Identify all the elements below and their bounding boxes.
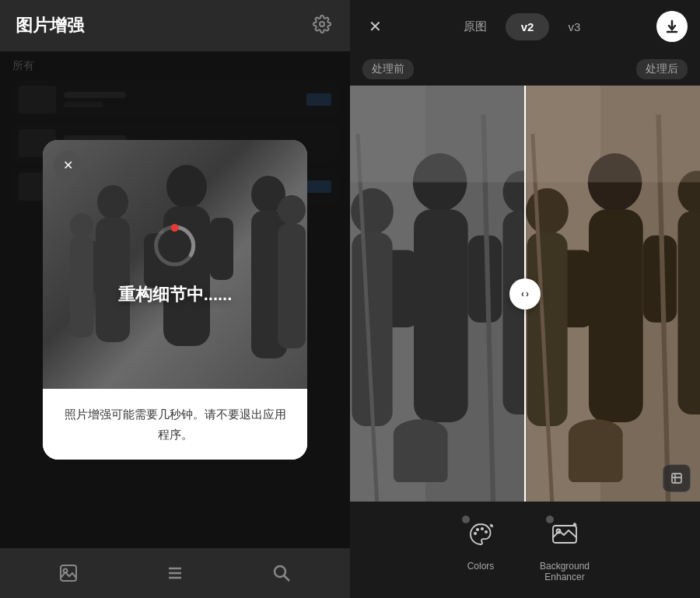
svg-point-64 (485, 530, 488, 533)
compare-after (525, 86, 700, 502)
svg-rect-13 (278, 224, 306, 348)
svg-rect-36 (502, 212, 525, 414)
svg-point-0 (320, 22, 324, 26)
svg-rect-57 (525, 86, 700, 182)
left-bottom-nav (0, 548, 350, 598)
compare-before (350, 86, 525, 502)
action-hint-button[interactable] (663, 464, 691, 492)
svg-rect-56 (569, 429, 623, 482)
svg-rect-46 (589, 209, 643, 422)
colors-icon-wrap (460, 514, 501, 554)
modal-close-button[interactable]: ✕ (54, 151, 82, 179)
spinner-wrap (152, 222, 198, 269)
tab-original[interactable]: 原图 (448, 13, 502, 40)
handle-arrows: ‹ › (521, 289, 529, 299)
before-photo (350, 86, 525, 502)
before-after-labels: 处理前 处理后 (350, 53, 700, 86)
svg-point-49 (526, 188, 569, 235)
bg-enhancer-icon (548, 518, 581, 551)
right-header: ✕ 原图 v2 v3 (350, 0, 700, 53)
modal-description: 照片增强可能需要几秒钟。请不要退出应用程序。 (61, 404, 289, 444)
before-label: 处理前 (362, 59, 414, 79)
tab-v3[interactable]: v3 (552, 13, 596, 40)
tab-group: 原图 v2 v3 (397, 13, 647, 40)
tab-v2[interactable]: v2 (506, 13, 550, 40)
svg-point-1 (166, 165, 207, 208)
svg-point-5 (97, 185, 128, 219)
svg-rect-17 (61, 565, 76, 581)
modal-card: ✕ 重构细节中...... 照片增强可 (43, 140, 307, 460)
spinner-svg (152, 222, 198, 269)
modal-overlay: ✕ 重构细节中...... 照片增强可 (0, 51, 350, 548)
gear-icon[interactable] (313, 15, 334, 37)
left-panel: 图片增强 所有 (0, 0, 350, 598)
bg-enhancer-icon-wrap (544, 514, 585, 554)
modal-text-area: 照片增强可能需要几秒钟。请不要退出应用程序。 (43, 389, 307, 460)
svg-point-61 (474, 532, 477, 535)
svg-rect-52 (677, 212, 700, 414)
colors-tool-label: Colors (467, 561, 495, 572)
download-button[interactable] (656, 11, 688, 42)
tool-dot (546, 516, 554, 523)
colors-icon (464, 518, 497, 551)
svg-rect-41 (350, 86, 525, 182)
svg-rect-11 (70, 236, 93, 337)
svg-line-67 (490, 525, 492, 527)
svg-point-16 (171, 224, 179, 232)
after-label: 处理后 (636, 59, 688, 79)
svg-point-63 (481, 527, 484, 530)
left-title: 图片增强 (16, 14, 84, 37)
svg-rect-30 (414, 209, 468, 422)
modal-image-area: ✕ 重构细节中...... (43, 140, 307, 389)
tool-active-dot (462, 516, 470, 523)
after-photo (525, 86, 700, 502)
svg-line-23 (284, 576, 289, 582)
bg-enhancer-tool[interactable]: BackgroundEnhancer (540, 514, 590, 582)
right-panel: ✕ 原图 v2 v3 处理前 处理后 (350, 0, 700, 598)
loading-container: 重构细节中...... (118, 222, 233, 306)
svg-rect-58 (672, 474, 681, 483)
left-header: 图片增强 (0, 0, 350, 51)
svg-point-12 (278, 195, 306, 225)
compare-handle[interactable]: ‹ › (509, 278, 541, 309)
right-bottom-toolbar: Colors Backgrou (350, 502, 700, 598)
tools-row: Colors Backgrou (350, 514, 700, 582)
loading-text: 重构细节中...... (118, 283, 233, 306)
bg-enhancer-tool-label: BackgroundEnhancer (540, 561, 590, 582)
svg-point-22 (275, 566, 285, 577)
right-close-button[interactable]: ✕ (362, 14, 387, 39)
nav-list-icon[interactable] (161, 559, 189, 587)
svg-point-10 (70, 213, 93, 238)
left-content: 所有 (0, 51, 350, 548)
svg-point-33 (351, 188, 394, 235)
svg-point-62 (476, 528, 479, 531)
svg-rect-40 (394, 429, 448, 482)
image-compare[interactable]: ‹ › (350, 86, 700, 502)
nav-photos-icon[interactable] (54, 559, 82, 587)
colors-tool[interactable]: Colors (460, 514, 501, 582)
nav-search-icon[interactable] (268, 559, 296, 587)
